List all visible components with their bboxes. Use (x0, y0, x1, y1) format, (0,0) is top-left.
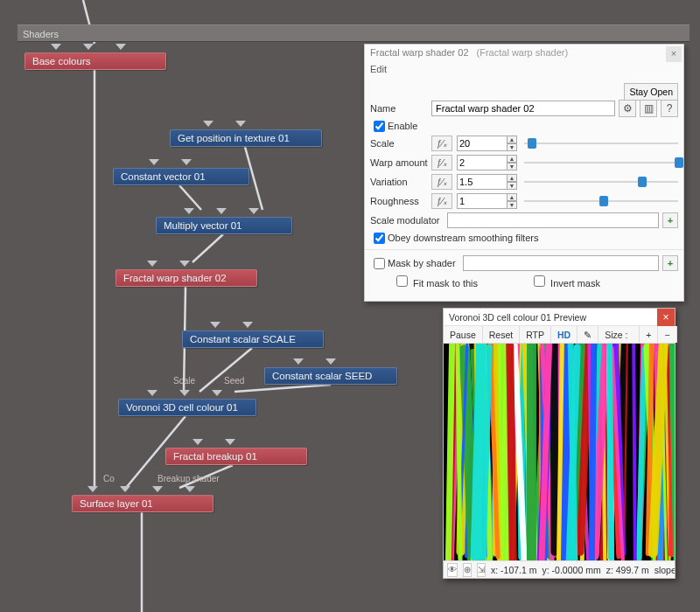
spin-up[interactable]: ▲ (507, 155, 517, 163)
node-voronoi[interactable]: Voronoi 3D cell colour 01 (118, 399, 256, 416)
status-x: x: -107.1 m (491, 565, 537, 575)
port-label-co: Co (103, 474, 115, 483)
size-label: Size : 1.0000 km (598, 326, 640, 343)
param-label: Scale (370, 138, 431, 149)
param-label: Roughness (370, 196, 431, 206)
node-constant-scale[interactable]: Constant scalar SCALE (182, 330, 324, 348)
mask-checkbox[interactable] (374, 258, 385, 269)
preview-title: Voronoi 3D cell colour 01 Preview (449, 312, 586, 323)
param-input-3[interactable] (457, 193, 508, 209)
spin-down[interactable]: ▼ (507, 201, 517, 209)
node-get-position[interactable]: Get position in texture 01 (170, 129, 322, 147)
spin-up[interactable]: ▲ (507, 193, 517, 201)
param-input-0[interactable] (457, 136, 508, 151)
zoom-out-button[interactable]: − (658, 326, 676, 343)
panel-close-button[interactable]: × (666, 46, 682, 62)
hd-button[interactable]: HD (551, 326, 578, 343)
param-input-1[interactable] (457, 155, 508, 170)
param-input-2[interactable] (457, 174, 508, 190)
scale-modulator-add-button[interactable]: + (662, 212, 678, 228)
gear-icon[interactable]: ⚙ (619, 100, 636, 117)
fx-button[interactable]: ƒ⁄ₓ (431, 174, 452, 190)
panel-menu-edit[interactable]: Edit (365, 64, 683, 78)
status-z: z: 499.7 m (606, 565, 649, 575)
measure-icon[interactable]: ⇲ (477, 563, 486, 577)
spin-down[interactable]: ▼ (507, 163, 517, 170)
chart-icon[interactable]: ▥ (640, 100, 657, 117)
param-slider-2[interactable] (524, 176, 678, 188)
mask-add-button[interactable]: + (662, 255, 678, 271)
preview-window: Voronoi 3D cell colour 01 Preview × Paus… (443, 308, 676, 579)
port-label-breakup: Breakup shader (158, 474, 220, 483)
pause-button[interactable]: Pause (444, 326, 483, 343)
port-label-seed: Seed (224, 376, 244, 386)
param-label: Variation (370, 177, 431, 187)
node-multiply-vector[interactable]: Multiply vector 01 (156, 217, 292, 234)
properties-panel: Fractal warp shader 02 (Fractal warp sha… (364, 44, 684, 302)
param-slider-3[interactable] (524, 195, 678, 207)
eye-icon[interactable]: 👁 (447, 563, 458, 577)
scale-modulator-label: Scale modulator (370, 215, 447, 226)
node-surface-layer[interactable]: Surface layer 01 (72, 495, 214, 512)
obey-checkbox[interactable] (374, 233, 385, 244)
param-slider-0[interactable] (524, 137, 678, 150)
section-header: Shaders (18, 24, 690, 42)
fit-mask-label: Fit mask to this (413, 278, 478, 289)
panel-subtitle: (Fractal warp shader) (477, 47, 569, 58)
scale-modulator-input[interactable] (447, 212, 659, 228)
svg-line-4 (192, 234, 223, 262)
node-fractal-warp[interactable]: Fractal warp shader 02 (116, 269, 257, 287)
mask-shader-input[interactable] (463, 255, 659, 271)
spin-down[interactable]: ▼ (507, 143, 517, 151)
help-icon[interactable]: ? (661, 100, 678, 117)
param-label: Warp amount (370, 157, 431, 168)
fx-button[interactable]: ƒ⁄ₓ (431, 193, 452, 209)
preview-viewport[interactable] (444, 344, 675, 560)
spin-up[interactable]: ▲ (507, 174, 517, 182)
invert-mask-checkbox[interactable] (534, 275, 545, 287)
preview-close-button[interactable]: × (657, 309, 675, 326)
node-constant-seed[interactable]: Constant scalar SEED (264, 367, 397, 385)
status-slope: slope (654, 565, 675, 575)
zoom-in-button[interactable]: + (640, 326, 658, 343)
panel-title: Fractal warp shader 02 (370, 47, 469, 58)
enable-label: Enable (388, 121, 417, 131)
fx-button[interactable]: ƒ⁄ₓ (431, 136, 452, 151)
node-base-colours[interactable]: Base colours (24, 52, 166, 70)
node-fractal-breakup[interactable]: Fractal breakup 01 (165, 448, 307, 465)
target-icon[interactable]: ⊕ (463, 563, 472, 577)
rtp-button[interactable]: RTP (520, 326, 551, 343)
invert-mask-label: Invert mask (550, 278, 600, 289)
status-y: y: -0.0000 mm (542, 565, 601, 575)
param-slider-1[interactable] (524, 156, 678, 169)
name-label: Name (370, 103, 431, 114)
stay-open-button[interactable]: Stay Open (624, 83, 678, 101)
fit-mask-checkbox[interactable] (396, 275, 408, 287)
obey-label: Obey downstream smoothing filters (388, 233, 538, 243)
spin-down[interactable]: ▼ (507, 182, 517, 190)
fx-button[interactable]: ƒ⁄ₓ (431, 155, 452, 170)
node-constant-vector[interactable]: Constant vector 01 (113, 168, 249, 185)
svg-line-3 (179, 185, 201, 210)
brush-icon[interactable]: ✎ (578, 326, 598, 343)
spin-up[interactable]: ▲ (507, 136, 517, 143)
enable-checkbox[interactable] (374, 121, 385, 132)
name-input[interactable] (431, 101, 615, 116)
port-label-scale: Scale (173, 376, 195, 386)
mask-label: Mask by shader (388, 258, 463, 268)
svg-line-7 (234, 385, 331, 392)
reset-button[interactable]: Reset (483, 326, 520, 343)
